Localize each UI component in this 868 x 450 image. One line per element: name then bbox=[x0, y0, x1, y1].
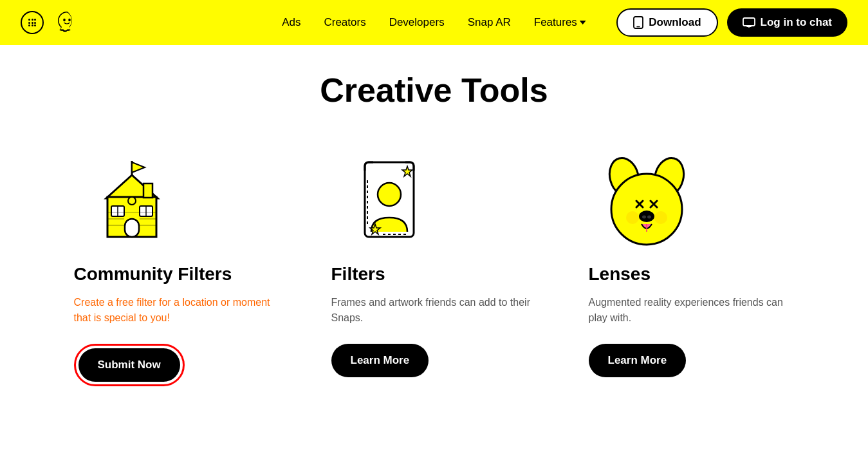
community-filters-title: Community Filters bbox=[74, 264, 232, 285]
svg-marker-8 bbox=[132, 162, 145, 173]
filters-title: Filters bbox=[331, 264, 385, 285]
svg-point-31 bbox=[611, 174, 682, 245]
lenses-description: Augmented reality experiences friends ca… bbox=[589, 295, 795, 326]
filters-card: Filters Frames and artwork friends can a… bbox=[331, 148, 537, 377]
phone-icon bbox=[633, 16, 643, 29]
lenses-card: Lenses Augmented reality experiences fri… bbox=[589, 148, 795, 377]
nav-ads[interactable]: Ads bbox=[282, 16, 300, 29]
page-title: Creative Tools bbox=[39, 71, 829, 109]
community-filters-description: Create a free filter for a location or m… bbox=[74, 295, 280, 326]
nav-features[interactable]: Features bbox=[534, 16, 586, 29]
svg-point-33 bbox=[654, 211, 667, 224]
community-filters-description-text: Create a free filter for a location or m… bbox=[74, 297, 270, 323]
snapchat-logo[interactable] bbox=[55, 10, 78, 35]
login-button[interactable]: Log in to chat bbox=[727, 8, 847, 37]
svg-point-0 bbox=[63, 19, 66, 21]
filters-icon bbox=[331, 148, 447, 251]
nav-creators[interactable]: Creators bbox=[324, 16, 365, 29]
filters-description: Frames and artwork friends can add to th… bbox=[331, 295, 537, 326]
svg-point-40 bbox=[647, 216, 651, 219]
monitor-icon bbox=[743, 17, 755, 28]
submit-now-button[interactable]: Submit Now bbox=[78, 348, 180, 382]
navbar: Ads Creators Developers Snap AR Features… bbox=[0, 0, 868, 45]
chevron-down-icon bbox=[580, 21, 586, 24]
community-filters-icon bbox=[74, 148, 190, 251]
submit-button-wrapper: Submit Now bbox=[74, 344, 185, 386]
main-content: Creative Tools bbox=[0, 45, 868, 425]
lenses-learn-more-button[interactable]: Learn More bbox=[589, 344, 687, 377]
svg-point-17 bbox=[128, 197, 136, 205]
svg-rect-16 bbox=[143, 183, 152, 198]
community-filters-card: Community Filters Create a free filter f… bbox=[74, 148, 280, 386]
svg-rect-4 bbox=[743, 18, 755, 26]
nav-snap-ar[interactable]: Snap AR bbox=[468, 16, 511, 29]
svg-point-38 bbox=[639, 211, 654, 222]
grid-icon[interactable] bbox=[21, 11, 44, 34]
download-button[interactable]: Download bbox=[616, 8, 717, 37]
cards-container: Community Filters Create a free filter f… bbox=[39, 148, 829, 386]
lenses-icon bbox=[589, 148, 705, 251]
filters-learn-more-button[interactable]: Learn More bbox=[331, 344, 429, 377]
svg-point-39 bbox=[642, 216, 646, 219]
navbar-right: Download Log in to chat bbox=[616, 8, 847, 37]
svg-point-32 bbox=[626, 211, 639, 224]
navbar-left bbox=[21, 10, 78, 35]
login-label: Log in to chat bbox=[761, 16, 832, 29]
features-label: Features bbox=[534, 16, 577, 29]
svg-point-26 bbox=[378, 183, 401, 206]
lenses-title: Lenses bbox=[589, 264, 651, 285]
nav-developers[interactable]: Developers bbox=[389, 16, 445, 29]
svg-rect-11 bbox=[125, 219, 139, 237]
download-label: Download bbox=[649, 16, 701, 29]
navbar-center: Ads Creators Developers Snap AR Features bbox=[282, 16, 586, 29]
svg-point-1 bbox=[68, 19, 71, 21]
